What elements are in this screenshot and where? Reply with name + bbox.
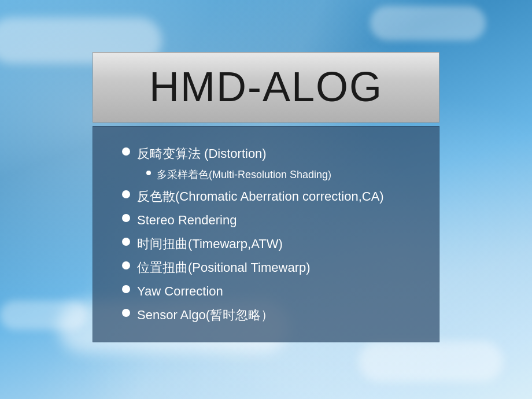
bullet-dot <box>122 147 130 156</box>
list-item: Yaw Correction <box>122 280 416 302</box>
item-text: Yaw Correction <box>137 282 416 301</box>
item-text: Stereo Rendering <box>137 210 416 230</box>
bullet-dot <box>122 285 130 293</box>
slide-content: HMD-ALOG 反畸变算法 (Distortion) 多采样着色(Multi-… <box>93 52 439 341</box>
title-bar: HMD-ALOG <box>93 52 439 123</box>
slide-title: HMD-ALOG <box>110 63 422 110</box>
item-text: 反畸变算法 (Distortion) <box>137 144 416 163</box>
list-item: 多采样着色(Multi-Resolution Shading) <box>146 167 416 183</box>
item-text: 反色散(Chromatic Aberration correction,CA) <box>137 187 416 206</box>
list-item: 时间扭曲(Timewarp,ATW) <box>122 233 416 254</box>
bullet-dot <box>122 190 130 198</box>
item-text: 时间扭曲(Timewarp,ATW) <box>137 234 416 253</box>
item-text: 多采样着色(Multi-Resolution Shading) <box>157 167 416 183</box>
list-item: Sensor Algo(暂时忽略） <box>122 304 416 326</box>
list-item: 位置扭曲(Positional Timewarp) <box>122 257 416 278</box>
bullet-list: 反畸变算法 (Distortion) 多采样着色(Multi-Resolutio… <box>122 143 416 326</box>
list-item: 反畸变算法 (Distortion) <box>122 143 416 164</box>
list-item: Stereo Rendering <box>122 209 416 231</box>
sub-bullet-dot <box>146 171 151 175</box>
item-text: Sensor Algo(暂时忽略） <box>137 305 416 324</box>
item-text: 位置扭曲(Positional Timewarp) <box>137 258 416 277</box>
bullet-dot <box>122 214 130 222</box>
content-area: 反畸变算法 (Distortion) 多采样着色(Multi-Resolutio… <box>93 126 439 342</box>
bullet-dot <box>122 238 130 246</box>
list-item: 反色散(Chromatic Aberration correction,CA) <box>122 186 416 207</box>
bullet-dot <box>122 261 130 269</box>
bullet-dot <box>122 309 130 317</box>
